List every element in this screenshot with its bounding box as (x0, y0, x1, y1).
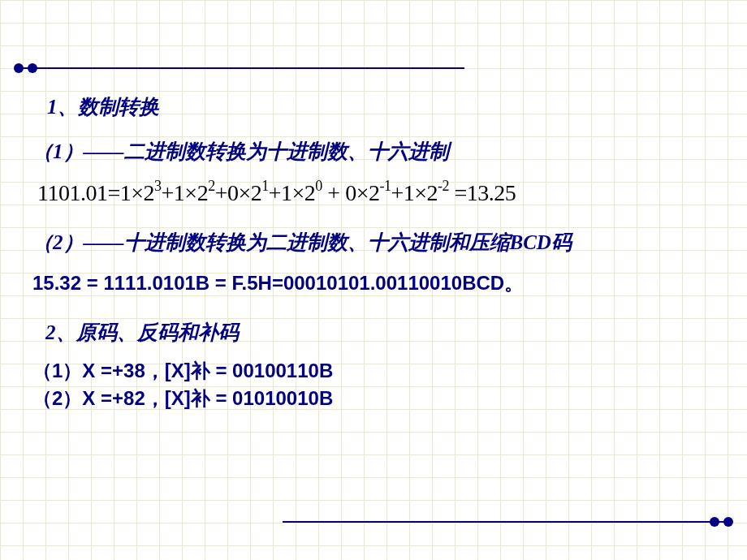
eq-rhs: =13.25 (449, 180, 516, 205)
eq-term6-exp: -2 (438, 178, 449, 194)
eq-term2-exp: 2 (208, 178, 215, 194)
eq-term4-exp: 0 (315, 178, 322, 194)
eq-term4-base: +1×2 (269, 180, 316, 205)
eq-term6-base: +1×2 (391, 180, 438, 205)
eq-term1-exp: 3 (154, 178, 162, 194)
section-1-sub-2: （2）——十进制数转换为二进制数、十六进制和压缩BCD码 (32, 229, 715, 256)
binary-conversion-equation: 1101.01=1×23+1×22+0×21+1×20 + 0×2-1+1×2-… (37, 179, 715, 206)
slide-content: 1、数制转换 （1）——二进制数转换为十进制数、十六进制 1101.01=1×2… (0, 0, 747, 445)
eq-term5-base: + 0×2 (322, 180, 380, 205)
section-2-title: 2、原码、反码和补码 (41, 319, 715, 346)
complement-line-2: （2）X =+82，[X]补 = 01010010B (32, 385, 715, 412)
eq-term1-base: 1×2 (120, 180, 154, 205)
complement-line-1: （1）X =+38，[X]补 = 00100110B (32, 357, 715, 385)
decimal-conversion-formula: 15.32 = 1111.0101B = F.5H=00010101.00110… (32, 270, 715, 296)
eq-term5-exp: -1 (379, 178, 391, 194)
eq-term2-base: +1×2 (162, 180, 209, 205)
eq-lhs: 1101.01= (37, 180, 120, 205)
bottom-decorative-line (283, 521, 729, 523)
eq-term3-base: +0×2 (215, 180, 262, 205)
section-1-sub-1: （1）——二进制数转换为十进制数、十六进制 (32, 138, 715, 165)
eq-term3-exp: 1 (261, 178, 269, 194)
section-1-title: 1、数制转换 (41, 93, 715, 120)
